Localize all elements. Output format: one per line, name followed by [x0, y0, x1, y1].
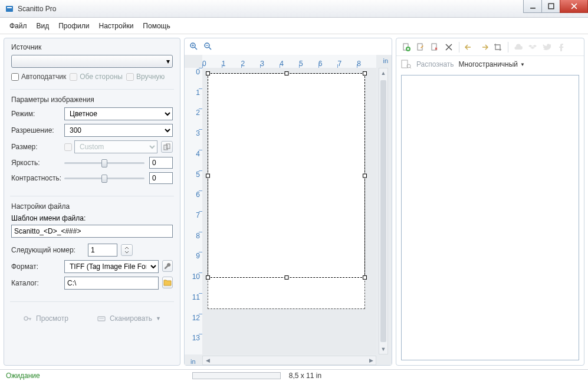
undo-icon[interactable]	[464, 42, 475, 52]
nextnum-input[interactable]	[88, 244, 117, 257]
menu-file[interactable]: Файл	[6, 19, 31, 32]
ruler-vertical: 012345678910111213	[185, 68, 202, 354]
maximize-button[interactable]	[541, 0, 560, 13]
catalog-label: Каталог:	[11, 279, 64, 287]
page-outline	[208, 74, 364, 308]
format-settings-button[interactable]	[162, 260, 173, 272]
svg-rect-7	[166, 144, 170, 149]
image-params-group: Параметры изображения Режим: Цветное Раз…	[4, 91, 180, 195]
close-button[interactable]	[560, 0, 588, 13]
delete-page-icon[interactable]	[429, 42, 440, 52]
ruler-area: 012345678 in 012345678910111213	[185, 55, 392, 365]
nextnum-step-button[interactable]	[121, 244, 133, 256]
contrast-slider[interactable]	[64, 172, 144, 184]
svg-line-12	[195, 47, 197, 50]
handle-tr[interactable]	[363, 71, 367, 75]
progress-bar	[192, 372, 281, 379]
main-area: Источник ▾ Автоподатчик Обе стороны Вруч…	[0, 34, 588, 369]
resolution-label: Разрешение:	[11, 126, 64, 134]
brightness-value[interactable]: 0	[149, 157, 173, 169]
page-list[interactable]	[401, 75, 579, 360]
chevron-down-icon: ▼	[520, 62, 525, 67]
scan-label: Сканировать	[110, 314, 152, 323]
edit-page-icon[interactable]	[415, 42, 426, 52]
menu-settings[interactable]: Настройки	[96, 19, 137, 32]
file-group-label: Настройки файла	[11, 202, 173, 211]
clear-icon[interactable]	[444, 42, 454, 52]
ocr-icon[interactable]	[401, 60, 412, 69]
preview-panel: 012345678 in 012345678910111213	[184, 38, 392, 366]
brightness-slider[interactable]	[64, 157, 144, 169]
menu-bar: Файл Вид Профили Настройки Помощь	[0, 18, 588, 34]
ruler-unit-v: in	[190, 358, 196, 365]
file-group: Настройки файла Шаблон имени файла: След…	[4, 198, 180, 300]
catalog-input[interactable]	[64, 277, 159, 290]
handle-ml[interactable]	[206, 173, 210, 178]
zoom-out-icon[interactable]	[203, 42, 213, 51]
template-label: Шаблон имени файла:	[11, 214, 173, 222]
autofeeder-checkbox[interactable]: Автоподатчик	[11, 73, 66, 81]
folder-icon	[163, 279, 172, 286]
handle-br[interactable]	[363, 275, 367, 280]
mode-label: Режим:	[11, 110, 64, 118]
add-page-icon[interactable]	[401, 42, 412, 52]
ruler-unit-h: in	[383, 57, 388, 64]
handle-bc[interactable]	[284, 275, 288, 280]
contrast-value[interactable]: 0	[149, 172, 173, 184]
catalog-browse-button[interactable]	[162, 277, 173, 288]
left-panel: Источник ▾ Автоподатчик Обе стороны Вруч…	[4, 38, 180, 366]
title-text: Scanitto Pro	[18, 5, 56, 13]
wrench-icon	[164, 262, 171, 270]
svg-rect-3	[548, 4, 554, 9]
scanner-icon	[97, 314, 106, 323]
source-group: Источник ▾ Автоподатчик Обе стороны Вруч…	[4, 38, 180, 88]
app-icon	[5, 4, 14, 14]
twitter-icon[interactable]	[541, 42, 552, 52]
resolution-select[interactable]: 300	[64, 124, 173, 137]
page-size-text: 8,5 x 11 in	[289, 372, 321, 380]
source-select[interactable]: ▾	[11, 55, 173, 68]
rotate-size-button[interactable]	[161, 141, 173, 153]
format-select[interactable]: TIFF (Tag Image File Format)	[64, 260, 159, 273]
preview-button[interactable]: Просмотр	[18, 311, 73, 326]
menu-view[interactable]: Вид	[33, 19, 53, 32]
right-toolbar	[396, 38, 584, 56]
menu-profiles[interactable]: Профили	[55, 19, 93, 32]
crop-icon[interactable]	[492, 42, 503, 52]
filename-template-input[interactable]	[11, 225, 173, 238]
action-row: Просмотр Сканировать ▼	[4, 303, 180, 334]
scrollbar-horizontal[interactable]: ◀▶	[202, 356, 376, 365]
svg-line-16	[209, 47, 211, 50]
multipage-dropdown[interactable]: Многостраничный▼	[459, 60, 525, 68]
scan-button[interactable]: Сканировать ▼	[92, 311, 166, 326]
handle-tl[interactable]	[206, 71, 210, 75]
menu-help[interactable]: Помощь	[139, 19, 173, 32]
key-icon	[23, 314, 32, 323]
manual-checkbox: Вручную	[126, 73, 165, 81]
redo-icon[interactable]	[478, 42, 489, 52]
handle-mr[interactable]	[363, 173, 367, 178]
cloud-icon[interactable]	[513, 42, 524, 52]
recognize-label[interactable]: Распознать	[416, 60, 454, 68]
chevron-down-icon: ▼	[156, 316, 161, 321]
preview-toolbar	[185, 38, 392, 55]
crop-selection[interactable]	[208, 74, 364, 277]
facebook-icon[interactable]	[556, 42, 566, 52]
size-label: Размер:	[11, 143, 64, 151]
right-panel: Распознать Многостраничный▼	[396, 38, 584, 366]
preview-canvas[interactable]	[202, 68, 376, 354]
handle-bl[interactable]	[206, 275, 210, 280]
scrollbar-vertical[interactable]: ▲▼	[379, 68, 388, 354]
source-label: Источник	[11, 43, 173, 51]
image-params-label: Параметры изображения	[11, 96, 173, 104]
handle-tc[interactable]	[284, 71, 288, 75]
mode-select[interactable]: Цветное	[64, 107, 173, 120]
zoom-in-icon[interactable]	[189, 42, 199, 51]
svg-rect-1	[7, 7, 12, 8]
ruler-horizontal: 012345678	[202, 55, 376, 68]
minimize-button[interactable]	[523, 0, 542, 13]
status-text: Ожидание	[6, 372, 40, 380]
svg-line-24	[410, 67, 411, 68]
preview-label: Просмотр	[36, 314, 68, 323]
dropbox-icon[interactable]	[527, 42, 538, 52]
